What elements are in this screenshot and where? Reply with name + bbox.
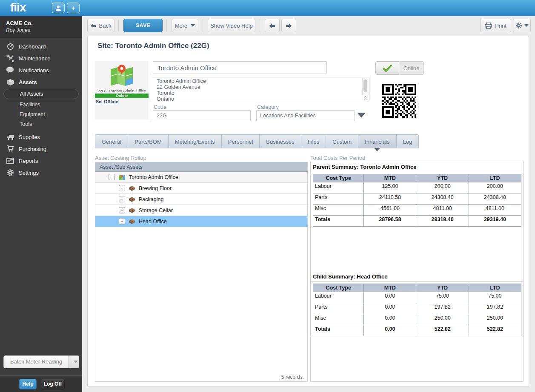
col-mtd: MTD: [364, 174, 416, 182]
sidebar-item-all-assets[interactable]: All Assets: [3, 89, 79, 99]
col-mtd: MTD: [364, 284, 416, 292]
expand-button[interactable]: +: [119, 207, 125, 213]
user-name: Roy Jones: [6, 27, 82, 33]
asset-name-input[interactable]: [153, 61, 327, 74]
tab-financials[interactable]: Financials: [358, 134, 397, 148]
cell-mtd: 4561.00: [364, 205, 416, 216]
sidebar-item-assets[interactable]: Assets: [0, 76, 82, 88]
tree-node-label: Brewing Floor: [139, 185, 172, 191]
tab-custom[interactable]: Custom: [326, 134, 358, 148]
batch-meter-reading-button[interactable]: Batch Meter Reading: [3, 355, 79, 368]
user-account-button[interactable]: [52, 3, 65, 13]
tree-node-label: Packaging: [139, 196, 163, 202]
online-check-button[interactable]: [375, 61, 399, 75]
tab-businesses[interactable]: Businesses: [260, 134, 301, 148]
tab-personnel[interactable]: Personnel: [222, 134, 260, 148]
sidebar-item-reports[interactable]: Reports: [0, 155, 82, 167]
tab-financials-label: Financials: [365, 139, 390, 145]
collapse-button[interactable]: −: [109, 174, 115, 180]
add-new-button[interactable]: +: [67, 3, 80, 13]
cell-ytd: 4811.00: [416, 205, 469, 216]
set-offline-link[interactable]: Set Offline: [96, 99, 118, 104]
gear-icon: [6, 169, 14, 176]
toolbar-divider: [260, 20, 260, 31]
cell-ltd: 24308.40: [469, 193, 521, 205]
sidebar-item-tools[interactable]: Tools: [0, 119, 82, 129]
tab-parts-bom[interactable]: Parts/BOM: [128, 134, 169, 148]
tree-row-packaging[interactable]: + Packaging: [95, 194, 307, 205]
tab-bar: General Parts/BOM Metering/Events Person…: [95, 134, 419, 148]
costs-panel: Parent Summary: Toronto Admin Office Cos…: [310, 161, 524, 382]
asset-address-textarea[interactable]: Toronto Admin Office 22 Golden Avenue To…: [153, 77, 369, 101]
save-button[interactable]: SAVE: [123, 19, 163, 32]
cell-cost-type: Parts: [313, 303, 364, 314]
tab-files[interactable]: Files: [301, 134, 326, 148]
category-input[interactable]: [256, 110, 355, 121]
assets-subnav: All Assets Facilities Equipment Tools: [0, 89, 82, 129]
expand-button[interactable]: +: [119, 185, 125, 191]
building-icon: [129, 185, 135, 191]
sidebar-item-label: Maintenance: [19, 55, 50, 62]
print-button[interactable]: Print: [480, 19, 511, 32]
cell-ltd: 522.82: [469, 325, 521, 336]
sidebar-item-purchasing[interactable]: Purchasing: [0, 143, 82, 155]
category-dropdown-icon[interactable]: [357, 113, 366, 118]
tree-row-head-office[interactable]: + Head Office: [95, 216, 307, 227]
left-arrow-icon: [269, 23, 275, 28]
building-icon: [129, 219, 135, 224]
sidebar-item-settings[interactable]: Settings: [0, 167, 82, 179]
tree-row-brewing-floor[interactable]: + Brewing Floor: [95, 183, 307, 194]
tab-log[interactable]: Log: [397, 134, 419, 148]
expand-button[interactable]: +: [119, 218, 125, 224]
tab-metering-events[interactable]: Metering/Events: [169, 134, 222, 148]
logoff-button[interactable]: Log Off: [41, 379, 65, 389]
col-ytd: YTD: [416, 284, 469, 292]
history-forward-button[interactable]: [281, 19, 296, 32]
tree-row-storage-cellar[interactable]: + Storage Cellar: [95, 205, 307, 216]
toolbar: Back SAVE More Show Video Help Print: [82, 19, 535, 33]
table-row: Labour 125.00 200.00 200.00: [313, 182, 521, 193]
sidebar-item-facilities[interactable]: Facilities: [0, 100, 82, 110]
active-tab-pointer: [374, 148, 380, 151]
back-button[interactable]: Back: [87, 19, 114, 32]
code-input[interactable]: [153, 110, 251, 121]
sidebar-item-dashboard[interactable]: Dashboard: [0, 40, 82, 52]
sidebar-item-equipment[interactable]: Equipment: [0, 110, 82, 119]
cell-ytd: 200.00: [416, 182, 469, 193]
sidebar-item-supplies[interactable]: Supplies: [0, 131, 82, 143]
cell-ytd: 75.00: [416, 292, 469, 303]
gear-icon: [515, 22, 522, 29]
parent-summary-heading: Parent Summary: Toronto Admin Office: [311, 161, 523, 172]
content-card: Site: Toronto Admin Office (22G) 22G - T…: [87, 36, 529, 387]
shopping-cart-icon: [6, 145, 14, 153]
print-label: Print: [495, 23, 506, 29]
show-video-help-button[interactable]: Show Video Help: [208, 19, 255, 32]
help-button[interactable]: Help: [19, 379, 37, 389]
cell-mtd: 0.00: [364, 314, 416, 325]
top-bar: fiix +: [0, 0, 535, 16]
batch-dropdown-toggle[interactable]: [69, 355, 79, 368]
expand-button[interactable]: +: [119, 196, 125, 202]
fiix-logo: fiix: [10, 1, 26, 14]
cell-ytd: 197.82: [416, 303, 469, 314]
sidebar-item-label: Dashboard: [19, 43, 46, 50]
col-cost-type: Cost Type: [313, 284, 364, 292]
table-row: Labour 0.00 75.00 75.00: [313, 292, 521, 303]
building-icon: [129, 207, 135, 213]
tab-general[interactable]: General: [95, 134, 128, 148]
scrollbar-thumb[interactable]: [363, 80, 367, 92]
dashboard-icon: [6, 43, 14, 50]
online-toggle[interactable]: Online: [375, 61, 424, 75]
history-back-button[interactable]: [265, 19, 280, 32]
tree-row-toronto-admin-office[interactable]: − Toronto Admin Office: [95, 172, 307, 183]
online-toggle-label: Online: [399, 61, 424, 75]
textarea-resize-handle[interactable]: [363, 95, 369, 100]
map-thumbnail-icon[interactable]: [109, 63, 134, 88]
asset-tree-panel: Asset /Sub Assets − Toronto Admin Office…: [95, 162, 308, 382]
address-line: Toronto Admin Office: [157, 78, 360, 84]
sidebar-item-maintenance[interactable]: Maintenance: [0, 52, 82, 64]
more-button[interactable]: More: [172, 19, 198, 32]
settings-dropdown-button[interactable]: [513, 19, 531, 32]
textarea-scrollbar[interactable]: [362, 78, 369, 95]
sidebar-item-notifications[interactable]: Notifications: [0, 64, 82, 76]
